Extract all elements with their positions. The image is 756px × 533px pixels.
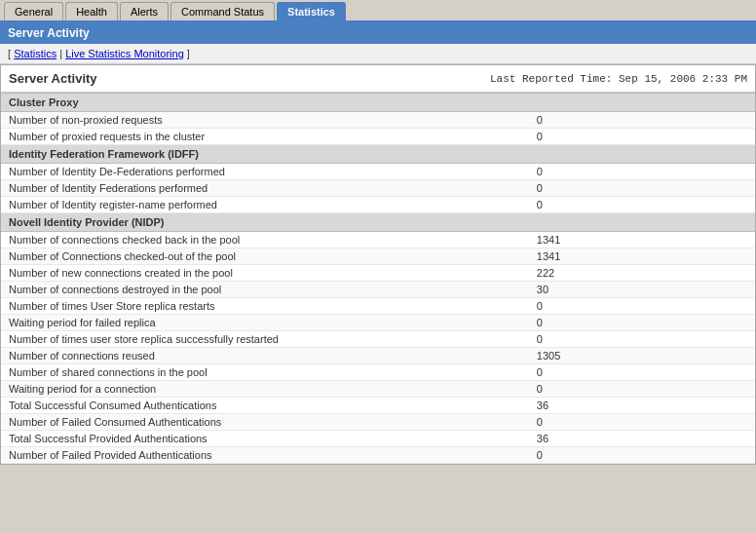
table-row: Number of Failed Consumed Authentication… — [1, 414, 755, 431]
row-value: 0 — [529, 180, 755, 197]
table-row: Number of proxied requests in the cluste… — [1, 129, 755, 145]
row-label: Number of Failed Consumed Authentication… — [1, 414, 529, 431]
breadcrumb-link-statistics[interactable]: Statistics — [14, 48, 57, 59]
breadcrumb: [ Statistics | Live Statistics Monitorin… — [0, 44, 756, 64]
tab-command-status[interactable]: Command Status — [170, 2, 275, 20]
row-label: Number of Identity Federations performed — [1, 180, 529, 197]
table-row: Number of Connections checked-out of the… — [1, 248, 755, 265]
table-row: Total Successful Provided Authentication… — [1, 431, 755, 447]
row-value: 1341 — [529, 232, 755, 248]
table-row: Number of connections destroyed in the p… — [1, 282, 755, 298]
row-label: Waiting period for failed replica — [1, 315, 529, 331]
row-label: Waiting period for a connection — [1, 381, 529, 398]
table-row: Number of connections checked back in th… — [1, 232, 755, 248]
row-label: Number of connections destroyed in the p… — [1, 282, 529, 298]
row-value: 0 — [529, 298, 755, 315]
page-title-row: Server Activity Last Reported Time: Sep … — [1, 65, 755, 93]
row-value: 0 — [529, 381, 755, 398]
group-header-0: Cluster Proxy — [1, 94, 755, 112]
row-value: 36 — [529, 431, 755, 447]
tab-statistics[interactable]: Statistics — [277, 2, 346, 20]
row-value: 0 — [529, 197, 755, 213]
row-value: 0 — [529, 129, 755, 145]
section-header: Server Activity — [0, 22, 756, 44]
row-value: 1341 — [529, 248, 755, 265]
row-label: Number of Identity register-name perform… — [1, 197, 529, 213]
table-row: Total Successful Consumed Authentication… — [1, 398, 755, 414]
row-value: 0 — [529, 414, 755, 431]
group-header-1: Identity Federation Framework (IDFF) — [1, 145, 755, 164]
row-label: Number of connections checked back in th… — [1, 232, 529, 248]
table-row: Number of connections reused1305 — [1, 348, 755, 364]
last-reported-time: Last Reported Time: Sep 15, 2006 2:33 PM — [490, 73, 747, 85]
row-label: Number of non-proxied requests — [1, 112, 529, 129]
row-value: 1305 — [529, 348, 755, 364]
table-row: Number of new connections created in the… — [1, 265, 755, 282]
row-label: Number of times user store replica succe… — [1, 331, 529, 348]
row-value: 0 — [529, 164, 755, 180]
row-label: Number of Failed Provided Authentication… — [1, 447, 529, 464]
row-label: Number of Connections checked-out of the… — [1, 248, 529, 265]
table-row: Number of times User Store replica resta… — [1, 298, 755, 315]
table-row: Number of non-proxied requests0 — [1, 112, 755, 129]
table-row: Number of Failed Provided Authentication… — [1, 447, 755, 464]
tab-general[interactable]: General — [4, 2, 63, 20]
row-label: Number of shared connections in the pool — [1, 364, 529, 381]
row-label: Number of connections reused — [1, 348, 529, 364]
group-header-2: Novell Identity Provider (NIDP) — [1, 213, 755, 232]
row-label: Total Successful Consumed Authentication… — [1, 398, 529, 414]
row-label: Number of new connections created in the… — [1, 265, 529, 282]
row-value: 222 — [529, 265, 755, 282]
page-title: Server Activity — [9, 71, 97, 86]
row-value: 0 — [529, 331, 755, 348]
app-container: General Health Alerts Command Status Sta… — [0, 0, 756, 465]
table-row: Waiting period for failed replica0 — [1, 315, 755, 331]
tab-bar: General Health Alerts Command Status Sta… — [0, 0, 756, 22]
row-value: 0 — [529, 447, 755, 464]
breadcrumb-close: ] — [187, 48, 190, 59]
row-label: Total Successful Provided Authentication… — [1, 431, 529, 447]
breadcrumb-link-live-monitoring[interactable]: Live Statistics Monitoring — [65, 48, 184, 59]
tab-alerts[interactable]: Alerts — [120, 2, 169, 20]
row-label: Number of proxied requests in the cluste… — [1, 129, 529, 145]
row-value: 0 — [529, 315, 755, 331]
table-row: Waiting period for a connection0 — [1, 381, 755, 398]
row-value: 0 — [529, 112, 755, 129]
row-label: Number of Identity De-Federations perfor… — [1, 164, 529, 180]
row-value: 0 — [529, 364, 755, 381]
tab-health[interactable]: Health — [65, 2, 118, 20]
row-value: 36 — [529, 398, 755, 414]
table-row: Number of Identity De-Federations perfor… — [1, 164, 755, 180]
row-value: 30 — [529, 282, 755, 298]
table-row: Number of Identity Federations performed… — [1, 180, 755, 197]
table-row: Number of times user store replica succe… — [1, 331, 755, 348]
table-row: Number of Identity register-name perform… — [1, 197, 755, 213]
stats-table: Cluster ProxyNumber of non-proxied reque… — [1, 93, 755, 464]
row-label: Number of times User Store replica resta… — [1, 298, 529, 315]
table-row: Number of shared connections in the pool… — [1, 364, 755, 381]
main-content: Server Activity Last Reported Time: Sep … — [0, 64, 756, 465]
